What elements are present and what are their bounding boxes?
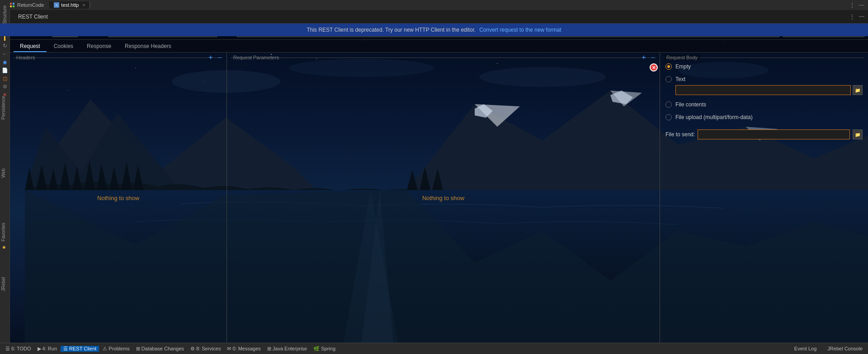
spring-icon: 🌿: [313, 346, 320, 352]
svg-rect-34: [10, 3, 12, 5]
returncode-tab[interactable]: ReturnCode: [4, 1, 49, 9]
request-body-panel: Request Body Empty Text: [660, 53, 868, 343]
settings-icon[interactable]: ⚙: [0, 82, 9, 91]
window-more-icon[interactable]: ⋮: [849, 13, 855, 20]
params-delete-btn[interactable]: ✕: [650, 63, 658, 72]
minimize-icon[interactable]: —: [859, 2, 864, 8]
file-to-send-browse-btn[interactable]: 📁: [853, 129, 863, 139]
status-spring[interactable]: 🌿 Spring: [311, 346, 338, 352]
headers-remove-btn[interactable]: −: [215, 53, 225, 62]
file-to-send-input[interactable]: [698, 129, 850, 139]
favorites-sidebar-label: Favorites: [1, 223, 6, 241]
request-params-title: Request Parameters: [231, 55, 282, 60]
radio-file-contents[interactable]: File contents: [665, 101, 863, 108]
radio-empty[interactable]: Empty: [665, 63, 863, 70]
window-title: REST Client: [18, 14, 48, 20]
persistence-sidebar-label: Persistence: [1, 96, 6, 120]
todo-label: 6: TODO: [11, 346, 31, 351]
status-services[interactable]: ⚙ 8: Services: [188, 346, 223, 352]
radio-text[interactable]: Text: [665, 76, 863, 82]
problems-label: Problems: [108, 346, 129, 351]
request-body-options: Empty Text 📁 File contents: [665, 63, 863, 139]
text-file-browse-btn[interactable]: 📁: [853, 85, 863, 95]
status-messages[interactable]: ✉ 0: Messages: [224, 346, 263, 352]
params-add-btn[interactable]: +: [639, 53, 649, 62]
back-arrow-icon[interactable]: ←: [0, 50, 9, 58]
panels-container: Headers + − Nothing to show Request Para…: [10, 53, 868, 343]
convert-link[interactable]: Convert request to the new format: [479, 27, 561, 33]
messages-icon: ✉: [227, 346, 231, 352]
tab-response-headers[interactable]: Response Headers: [118, 41, 178, 52]
db-changes-icon: ⊞: [136, 346, 140, 352]
tabs-bar: Request Cookies Response Response Header…: [10, 40, 868, 53]
svg-rect-35: [13, 3, 14, 5]
radio-file-contents-label: File contents: [675, 101, 706, 108]
db-changes-label: Database Changes: [142, 346, 184, 351]
status-java-enterprise[interactable]: ⊞ Java Enterprise: [264, 346, 310, 352]
params-nothing-to-show: Nothing to show: [422, 194, 464, 201]
status-rest-client[interactable]: ☰ REST Client: [61, 346, 99, 352]
x-circle-icon: ✕: [650, 63, 658, 72]
problems-icon: ⚠: [103, 346, 107, 352]
bookmark-icon[interactable]: ◉: [0, 58, 9, 66]
status-todo[interactable]: ☰ 6: TODO: [3, 346, 34, 352]
jrebel-console-label: JRebel Console: [827, 346, 863, 351]
file-to-send-row: File to send: 📁: [665, 129, 863, 139]
test-http-tab[interactable]: h test.http ×: [49, 1, 90, 9]
services-label: 8: Services: [196, 346, 221, 351]
radio-empty-label: Empty: [675, 63, 691, 70]
text-body-input[interactable]: [675, 85, 851, 95]
request-body-title: Request Body: [664, 55, 700, 60]
status-problems[interactable]: ⚠ Problems: [100, 346, 132, 352]
headers-panel: Headers + − Nothing to show: [10, 53, 227, 343]
tab-close-icon[interactable]: ×: [82, 3, 85, 8]
messages-label: 0: Messages: [232, 346, 260, 351]
radio-file-upload-label: File upload (multipart/form-data): [675, 114, 753, 120]
radio-file-contents-circle[interactable]: [665, 101, 672, 108]
status-jrebel-console[interactable]: JRebel Console: [825, 346, 865, 351]
http-file-icon: h: [54, 2, 59, 8]
run-icon: ▶: [38, 346, 41, 352]
star-icon: ★: [2, 244, 6, 250]
tab-request[interactable]: Request: [14, 41, 47, 52]
headers-panel-title: Headers: [14, 55, 38, 60]
file-icon[interactable]: 📄: [0, 66, 9, 74]
request-params-header: Request Parameters: [227, 53, 660, 62]
radio-file-upload[interactable]: File upload (multipart/form-data): [665, 114, 863, 120]
returncode-label-text: ReturnCode: [17, 2, 44, 8]
todo-icon: ☰: [5, 346, 10, 352]
status-event-log[interactable]: Event Log: [792, 346, 820, 351]
database-icon[interactable]: ◫: [0, 74, 9, 82]
headers-nothing-to-show: Nothing to show: [97, 194, 139, 201]
tab-response[interactable]: Response: [80, 41, 118, 52]
request-params-panel: Request Parameters + − ✕ Nothing to show: [227, 53, 660, 343]
params-remove-btn[interactable]: −: [648, 53, 658, 62]
more-options-icon[interactable]: ⋮: [849, 1, 855, 9]
radio-empty-circle[interactable]: [665, 63, 672, 70]
status-run[interactable]: ▶ 4: Run: [35, 346, 60, 352]
headers-panel-header: Headers: [10, 53, 226, 62]
file-to-send-label: File to send:: [665, 131, 695, 138]
window-close-icon[interactable]: —: [859, 13, 864, 20]
radio-text-group: Text 📁: [665, 76, 863, 95]
svg-rect-37: [13, 5, 14, 7]
deprecation-message: This REST Client is deprecated. Try our …: [307, 27, 476, 33]
spring-label: Spring: [321, 346, 335, 351]
run-label: 4: Run: [42, 346, 57, 351]
status-bar-right: Event Log JRebel Console: [792, 346, 865, 351]
tab-label: test.http: [61, 2, 79, 8]
rest-client-label: REST Client: [69, 346, 96, 351]
event-log-label: Event Log: [794, 346, 817, 351]
services-icon: ⚙: [190, 346, 195, 352]
status-db-changes[interactable]: ⊞ Database Changes: [133, 346, 187, 352]
tab-cookies[interactable]: Cookies: [47, 41, 80, 52]
headers-add-btn[interactable]: +: [206, 53, 216, 62]
deprecation-banner: This REST Client is deprecated. Try our …: [0, 24, 868, 36]
refresh-icon[interactable]: ↻: [0, 42, 9, 50]
window-controls: ⋮ —: [849, 1, 864, 9]
svg-rect-36: [10, 5, 12, 7]
radio-text-circle[interactable]: [665, 76, 672, 82]
request-body-header: Request Body: [660, 53, 868, 62]
java-enterprise-label: Java Enterprise: [273, 346, 307, 351]
radio-file-upload-circle[interactable]: [665, 114, 672, 120]
